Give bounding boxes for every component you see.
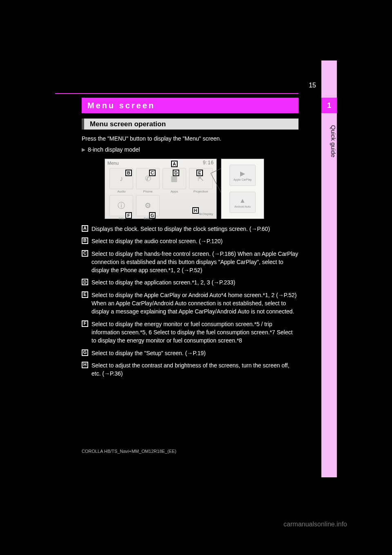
variant-row: ▶ 8-inch display model — [82, 146, 140, 153]
item-marker: H — [82, 362, 88, 368]
page-number: 15 — [309, 82, 316, 89]
callout-label: Apple CarPlay — [234, 178, 252, 181]
description-item: C Select to display the hands-free contr… — [82, 250, 298, 275]
description-item: D Select to display the application scre… — [82, 278, 298, 286]
description-item: E Select to display the Apple CarPlay or… — [82, 291, 298, 316]
description-item: G Select to display the "Setup" screen. … — [82, 349, 298, 357]
music-note-icon: ♪ — [120, 175, 123, 183]
intro-text: Press the "MENU" button to display the "… — [82, 135, 298, 143]
tile-phone: ✆ Phone — [136, 168, 160, 193]
tile-setup: ⚙ Setup — [136, 195, 160, 220]
marker-d: D — [173, 170, 179, 176]
tile-label: Phone — [143, 190, 153, 193]
marker-h: H — [192, 207, 199, 214]
android-auto-icon: ▲ — [239, 197, 246, 204]
page-title-bar: Menu screen — [82, 98, 298, 113]
svg-line-0 — [211, 168, 221, 173]
description-item: F Select to display the energy monitor o… — [82, 320, 298, 345]
tile-label: Info — [119, 217, 124, 220]
callout-tile-android-auto: ▲ Android Auto — [229, 192, 256, 213]
manual-page: 1 Quick guide 15 Menu screen Menu screen… — [0, 0, 392, 555]
item-text: Select to display the hands-free control… — [91, 250, 298, 275]
item-text: Select to adjust the contrast and bright… — [91, 361, 298, 378]
marker-f: F — [125, 212, 132, 219]
menu-screenshot-figure: Menu 9:16 ♪ Audio ✆ Phone ▦ Apps ⇱ Proje… — [105, 159, 265, 219]
menu-screenshot-left: Menu 9:16 ♪ Audio ✆ Phone ▦ Apps ⇱ Proje… — [105, 159, 217, 219]
clock-label: 9:16 — [203, 160, 214, 166]
callout-label: Android Auto — [234, 205, 251, 208]
item-text: Select to display the application screen… — [91, 278, 298, 286]
description-item: H Select to adjust the contrast and brig… — [82, 361, 298, 378]
gear-icon: ⚙ — [145, 201, 151, 210]
item-marker: E — [82, 291, 88, 298]
description-item: A Displays the clock. Select to display … — [82, 225, 298, 233]
menu-title-label: Menu — [107, 161, 119, 166]
marker-e: E — [196, 170, 203, 176]
item-text: Select to display the audio control scre… — [91, 237, 298, 245]
item-marker: B — [82, 237, 88, 244]
item-marker: A — [82, 225, 88, 232]
item-marker: G — [82, 349, 88, 356]
description-list: A Displays the clock. Select to display … — [82, 225, 298, 382]
header-rule — [55, 93, 298, 94]
play-icon: ▶ — [240, 170, 245, 177]
marker-c: C — [149, 170, 156, 176]
chapter-name-tab: Quick guide — [321, 123, 337, 157]
display-button-label: ⧉ Display — [199, 212, 213, 216]
marker-g: G — [149, 212, 156, 219]
watermark: carmanualsonline.info — [283, 521, 347, 528]
info-icon: ⓘ — [118, 201, 125, 210]
marker-a: A — [171, 161, 178, 167]
item-text: Select to display the Apple CarPlay or A… — [91, 291, 298, 316]
tile-label: Projection — [194, 190, 208, 193]
item-text: Select to display the energy monitor or … — [91, 320, 298, 345]
item-marker: D — [82, 279, 88, 285]
marker-b: B — [125, 170, 132, 176]
variant-label: 8-inch display model — [88, 146, 140, 153]
menu-screenshot-callout: ▶ Apple CarPlay ▲ Android Auto — [221, 159, 264, 219]
callout-tile-carplay: ▶ Apple CarPlay — [229, 165, 256, 186]
description-item: B Select to display the audio control sc… — [82, 237, 298, 245]
item-text: Displays the clock. Select to display th… — [91, 225, 298, 233]
svg-line-1 — [211, 173, 221, 193]
tile-label: Audio — [117, 190, 125, 193]
document-code: COROLLA HB/TS_Navi+MM_OM12R18E_(EE) — [82, 449, 176, 454]
item-marker: C — [82, 250, 88, 257]
section-title-bar: Menu screen operation — [82, 119, 298, 130]
chapter-number-tab: 1 — [321, 98, 337, 113]
tile-label: Apps — [171, 190, 178, 193]
item-marker: F — [82, 320, 88, 327]
item-text: Select to display the "Setup" screen. (→… — [91, 349, 298, 357]
triangle-icon: ▶ — [82, 147, 85, 152]
